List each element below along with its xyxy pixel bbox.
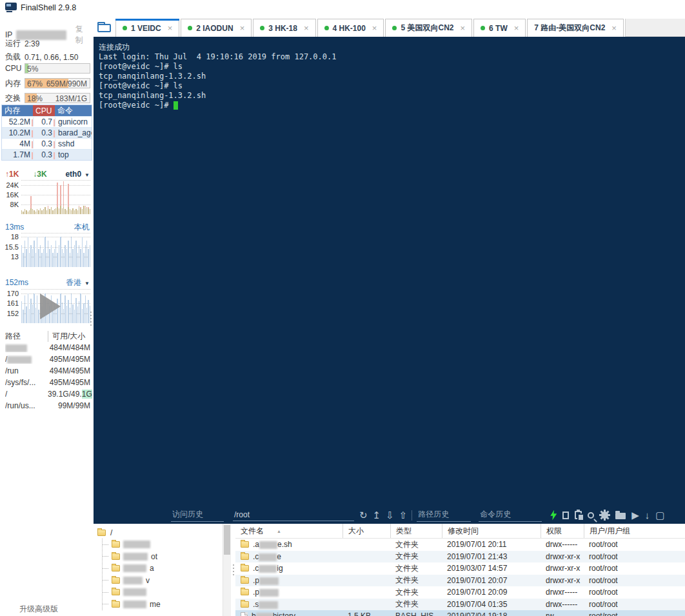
file-column-header[interactable]: 权限 [541,524,584,538]
upload-rate: ↑1K [5,170,19,179]
tree-item[interactable] [103,586,223,599]
search-icon[interactable] [588,512,594,519]
session-tab[interactable]: 3 HK-18× [253,19,315,37]
command-history-dropdown[interactable]: 命令历史 [479,508,542,522]
process-mem: 4M [2,139,33,148]
file-row[interactable]: .ce文件夹2019/07/01 21:43drwxr-xr-xroot/roo… [235,551,685,563]
window-icon[interactable]: ▢ [655,510,664,520]
file-size [342,575,390,587]
lightning-icon[interactable] [550,510,557,521]
process-row[interactable]: 4M0.3sshd [2,138,92,149]
process-col-header[interactable]: 命令 [55,105,92,116]
tree-scrollbar[interactable] [223,524,231,616]
session-tab[interactable]: 2 IAODUN× [181,19,252,37]
app-titlebar: FinalShell 2.9.8 [5,3,76,12]
file-column-header[interactable]: 类型 [390,524,442,538]
disk-row[interactable]: /run/us...99M/99M [0,400,92,412]
folder-icon [112,577,120,584]
current-path-input[interactable]: /root [233,510,354,521]
path-history-dropdown[interactable]: 路径历史 [417,508,471,522]
down-icon[interactable]: ↓ [645,510,650,520]
copy-icon[interactable] [562,512,569,519]
scrollbar-thumb[interactable] [224,525,230,555]
tree-root-item[interactable]: / [94,527,223,539]
axis-tick-label: 8K [10,201,19,208]
close-icon[interactable]: × [168,23,173,33]
play-overlay-icon[interactable] [40,293,61,319]
disk-row[interactable]: /495M/495M [0,353,92,365]
close-icon[interactable]: × [460,23,465,33]
ping-remote-selector[interactable]: 香港▼ [66,277,90,288]
tab-label: 4 HK-100 [333,24,366,33]
refresh-icon[interactable]: ↻ [359,510,368,520]
download-icon[interactable]: ⇩ [386,510,394,520]
session-tab[interactable]: 7 路由-美国双向CN2× [527,19,624,37]
tree-item[interactable]: me [103,599,223,611]
tree-item[interactable] [103,539,223,551]
file-row[interactable]: .ae.sh文件夹2019/07/01 20:11drwx------root/… [235,539,685,551]
process-row[interactable]: 52.2M0.7gunicorn [2,116,92,127]
file-mtime: 2019/07/04 19:18 [442,610,541,616]
session-tab[interactable]: 4 HK-100× [317,19,384,37]
file-manager: / otavme 文件名▲大小类型修改时间权限用户/用户组 .ae.sh文件夹2… [94,524,685,616]
close-icon[interactable]: × [514,23,519,33]
process-row[interactable]: 1.7M0.3top [2,149,92,160]
play-icon[interactable]: ▶ [631,510,639,520]
session-tab[interactable]: 1 VEIDC× [115,19,179,37]
disk-row[interactable]: /run494M/495M [0,365,92,377]
sidebar-splitter-handle[interactable] [90,312,92,326]
folder-icon[interactable] [615,513,626,519]
upload-icon[interactable]: ⇧ [399,510,408,520]
process-row[interactable]: 10.2M0.3barad_age [2,127,92,138]
close-icon[interactable]: × [240,23,245,33]
tree-item[interactable]: a [103,562,223,575]
disk-usage: 99M/99M [48,401,90,410]
session-tab[interactable]: 5 美国双向CN2× [385,19,472,37]
tree-item[interactable]: ot [103,551,223,563]
session-tab[interactable]: 6 TW× [473,19,526,37]
open-connection-button[interactable] [97,24,111,32]
terminal-line: tcp_nanqinlang-1.3.2.sh [99,91,680,101]
axis-tick-label: 13 [11,253,19,261]
file-name: .p [235,575,342,587]
process-col-header[interactable]: 内存 [2,105,33,116]
process-col-header[interactable]: CPU [33,105,55,116]
close-icon[interactable]: × [304,23,309,33]
upgrade-link[interactable]: 升级高级版 [19,604,58,615]
disk-row[interactable]: /39.1G/49.1G [0,388,92,400]
file-row[interactable]: .p文件夹2019/07/01 20:09drwxr-----root/root [235,586,685,599]
file-row[interactable]: bhistory1.5 KBBASH_HIS2019/07/04 19:18rw… [235,610,685,616]
disk-row[interactable]: /sys/fs/...495M/495M [0,377,92,388]
close-icon[interactable]: × [372,23,377,33]
file-column-header[interactable]: 大小 [342,524,390,538]
chart-y-axis: 24K16K8K [3,180,21,214]
up-icon[interactable]: ↥ [373,510,381,520]
file-column-header[interactable]: 用户/用户组 [584,524,685,538]
terminal[interactable]: 连接成功Last login: Thu Jul 4 19:10:16 2019 … [94,37,685,506]
access-history-dropdown[interactable]: 访问历史 [171,508,224,522]
tree-item-label: v [146,576,150,585]
file-column-header[interactable]: 文件名▲ [235,524,342,538]
folder-icon [241,589,249,595]
process-command: gunicorn [55,117,92,126]
file-row[interactable]: .p文件夹2019/07/01 20:07drwxr-xr-xroot/root [235,575,685,587]
file-type: 文件夹 [390,562,442,575]
close-icon[interactable]: × [611,23,617,33]
interface-selector[interactable]: eth0▼ [65,170,90,179]
paste-icon[interactable] [575,511,582,519]
panel-splitter-handle[interactable] [231,524,235,616]
file-row[interactable]: .s文件夹2019/07/04 01:35drwx------root/root [235,599,685,611]
tree-item[interactable]: v [103,575,223,587]
axis-tick-label: 16K [6,191,19,199]
process-command: top [55,150,92,159]
transfer-icons: ↻↥⇩⇧ [359,510,407,520]
chart-plot-area [21,180,90,214]
chart-plot-area [21,233,90,267]
redacted-name [259,565,277,573]
terminal-line: Last login: Thu Jul 4 19:10:16 2019 from… [99,52,680,62]
disk-row[interactable]: 484M/484M [0,342,92,353]
settings-icon[interactable] [600,510,610,520]
file-column-header[interactable]: 修改时间 [442,524,541,538]
file-row[interactable]: .cig文件夹2019/03/07 14:57drwxr-xr-xroot/ro… [235,562,685,575]
file-size: 1.5 KB [342,610,390,616]
